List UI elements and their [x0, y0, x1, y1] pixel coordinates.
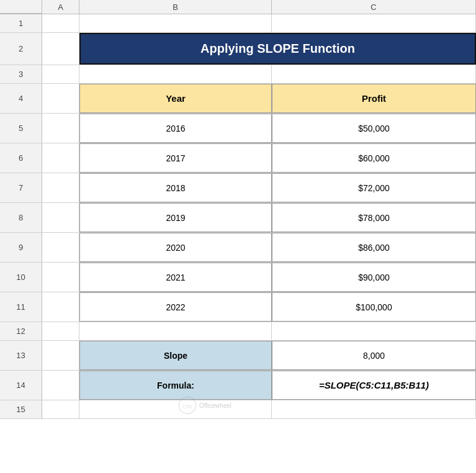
cell-b12[interactable]: [79, 322, 272, 340]
cell-a5[interactable]: [42, 114, 79, 143]
cell-b1[interactable]: [79, 14, 272, 32]
slope-value[interactable]: 8,000: [272, 341, 476, 370]
row-9: 9 2020 $86,000: [0, 233, 476, 263]
cell-c12[interactable]: [272, 322, 476, 340]
row-num-4: 4: [0, 84, 42, 113]
row-num-11: 11: [0, 292, 42, 322]
cell-year-2[interactable]: 2017: [79, 143, 272, 173]
cell-year-4[interactable]: 2019: [79, 203, 272, 232]
row-num-14: 14: [0, 371, 42, 400]
header-year: Year: [79, 84, 272, 113]
cell-profit-3[interactable]: $72,000: [272, 173, 476, 202]
row-1: 1: [0, 14, 476, 33]
col-header-c: C: [272, 0, 476, 14]
row-7: 7 2018 $72,000: [0, 173, 476, 203]
row-6: 6 2017 $60,000: [0, 143, 476, 173]
spreadsheet: A B C 1 2 Applying SLOPE Function 3 4 Ye…: [0, 0, 476, 473]
row-10: 10 2021 $90,000: [0, 263, 476, 292]
cell-b3[interactable]: [79, 65, 272, 83]
row-3: 3: [0, 65, 476, 84]
col-header-a: A: [42, 0, 79, 14]
row-14: 14 Formula: =SLOPE(C5:C11,B5:B11): [0, 371, 476, 400]
row-15: 15 OW Officewheel: [0, 400, 476, 419]
row-num-12: 12: [0, 322, 42, 340]
cell-a15[interactable]: [42, 400, 79, 418]
cell-b15[interactable]: OW Officewheel: [79, 400, 272, 418]
row-num-13: 13: [0, 341, 42, 370]
row-num-10: 10: [0, 263, 42, 292]
cell-year-1[interactable]: 2016: [79, 114, 272, 143]
row-num-5: 5: [0, 114, 42, 143]
cell-a4[interactable]: [42, 84, 79, 113]
row-num-2: 2: [0, 33, 42, 65]
cell-year-6[interactable]: 2021: [79, 263, 272, 292]
cell-a2[interactable]: [42, 33, 79, 65]
row-num-3: 3: [0, 65, 42, 83]
cell-year-5[interactable]: 2020: [79, 233, 272, 262]
cell-a1[interactable]: [42, 14, 79, 32]
watermark-text: Officewheel: [199, 402, 231, 409]
cell-c1[interactable]: [272, 14, 476, 32]
title-cell: Applying SLOPE Function: [79, 33, 476, 65]
cell-profit-6[interactable]: $90,000: [272, 263, 476, 292]
cell-a3[interactable]: [42, 65, 79, 83]
cell-profit-4[interactable]: $78,000: [272, 203, 476, 232]
cell-year-3[interactable]: 2018: [79, 173, 272, 202]
col-header-b: B: [79, 0, 272, 14]
formula-value[interactable]: =SLOPE(C5:C11,B5:B11): [272, 371, 476, 400]
cell-a6[interactable]: [42, 143, 79, 173]
slope-label: Slope: [79, 341, 272, 370]
cell-a13[interactable]: [42, 341, 79, 370]
svg-text:OW: OW: [182, 403, 192, 410]
row-num-1: 1: [0, 14, 42, 32]
row-4: 4 Year Profit: [0, 84, 476, 114]
cell-a14[interactable]: [42, 371, 79, 400]
row-11: 11 2022 $100,000: [0, 292, 476, 322]
row-num-7: 7: [0, 173, 42, 202]
column-headers-row: A B C: [0, 0, 476, 14]
row-2: 2 Applying SLOPE Function: [0, 33, 476, 65]
cell-year-7[interactable]: 2022: [79, 292, 272, 322]
cell-a10[interactable]: [42, 263, 79, 292]
row-num-9: 9: [0, 233, 42, 262]
row-num-15: 15: [0, 400, 42, 418]
row-num-6: 6: [0, 143, 42, 173]
row-13: 13 Slope 8,000: [0, 341, 476, 371]
row-num-8: 8: [0, 203, 42, 232]
cell-a9[interactable]: [42, 233, 79, 262]
cell-a12[interactable]: [42, 322, 79, 340]
watermark-logo: OW Officewheel: [176, 394, 234, 417]
row-12: 12: [0, 322, 476, 341]
cell-c3[interactable]: [272, 65, 476, 83]
row-5: 5 2016 $50,000: [0, 114, 476, 143]
cell-c15[interactable]: [272, 400, 476, 418]
cell-profit-1[interactable]: $50,000: [272, 114, 476, 143]
cell-profit-5[interactable]: $86,000: [272, 233, 476, 262]
row-8: 8 2019 $78,000: [0, 203, 476, 233]
cell-a7[interactable]: [42, 173, 79, 202]
header-profit: Profit: [272, 84, 476, 113]
cell-a11[interactable]: [42, 292, 79, 322]
corner-cell: [0, 0, 42, 14]
cell-profit-2[interactable]: $60,000: [272, 143, 476, 173]
cell-profit-7[interactable]: $100,000: [272, 292, 476, 322]
cell-a8[interactable]: [42, 203, 79, 232]
